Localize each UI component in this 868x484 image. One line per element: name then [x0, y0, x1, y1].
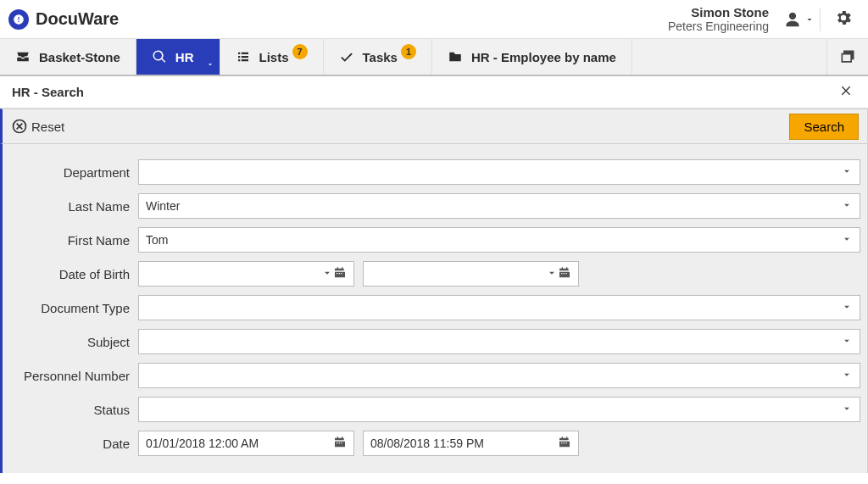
reset-button[interactable]: Reset — [11, 118, 64, 135]
department-field[interactable] — [138, 159, 860, 185]
brand-name: DocuWare — [36, 9, 119, 29]
label-dob: Date of Birth — [3, 267, 138, 281]
last-name-value: Winter — [146, 199, 836, 213]
search-toolbar: Reset Search — [0, 108, 868, 144]
chevron-down-icon — [841, 301, 853, 315]
chevron-down-icon — [841, 165, 853, 180]
tab-label: Lists — [259, 50, 289, 64]
search-form: Department Last Name Winter First Name T… — [0, 144, 868, 473]
calendar-icon — [558, 266, 571, 282]
label-date: Date — [3, 437, 138, 451]
date-from-field[interactable]: 01/01/2018 12:00 AM — [138, 431, 354, 456]
badge-tasks: 1 — [401, 44, 416, 59]
first-name-field[interactable]: Tom — [138, 227, 860, 253]
label-doc-type: Document Type — [3, 301, 138, 315]
chevron-down-icon — [841, 369, 853, 383]
chevron-down-icon — [841, 233, 853, 248]
list-icon — [236, 49, 251, 64]
date-to-value: 08/08/2018 11:59 PM — [370, 437, 558, 450]
tab-hr[interactable]: HR — [136, 39, 220, 75]
panel-header: HR - Search — [0, 76, 868, 108]
calendar-icon — [333, 266, 347, 282]
subject-field[interactable] — [138, 329, 860, 354]
chevron-down-icon — [841, 335, 853, 349]
close-icon — [839, 84, 853, 97]
brand-logo-icon — [8, 9, 29, 30]
panel-title: HR - Search — [12, 85, 84, 99]
calendar-icon — [333, 436, 347, 452]
label-last-name: Last Name — [3, 199, 138, 214]
badge-lists: 7 — [292, 44, 308, 59]
inbox-icon — [15, 49, 31, 64]
chevron-down-icon — [206, 57, 214, 71]
chevron-down-icon — [546, 267, 558, 281]
label-subject: Subject — [3, 335, 138, 349]
search-button[interactable]: Search — [789, 114, 859, 140]
tab-hr-employee[interactable]: HR - Employee by name — [432, 39, 632, 75]
tab-lists[interactable]: Lists 7 — [220, 39, 324, 75]
brand-logo: DocuWare — [8, 9, 119, 30]
tab-label: Tasks — [363, 50, 398, 64]
tab-label: HR — [175, 50, 194, 64]
user-name: Simon Stone — [668, 5, 769, 19]
label-department: Department — [3, 165, 138, 180]
top-bar: DocuWare Simon Stone Peters Engineering — [0, 0, 868, 39]
search-icon — [152, 49, 167, 64]
tab-label: Basket-Stone — [39, 50, 120, 64]
reset-icon — [11, 118, 28, 135]
personnel-no-field[interactable] — [138, 363, 860, 388]
label-status: Status — [3, 403, 138, 417]
label-personnel-no: Personnel Number — [3, 369, 138, 383]
date-from-value: 01/01/2018 12:00 AM — [146, 437, 333, 450]
doc-type-field[interactable] — [138, 295, 860, 320]
dob-from-field[interactable] — [138, 261, 354, 287]
windows-icon — [839, 48, 856, 65]
folder-icon — [448, 49, 463, 64]
window-mode-button[interactable] — [827, 39, 868, 75]
chevron-down-icon — [841, 403, 853, 417]
calendar-icon — [558, 436, 571, 452]
user-info: Simon Stone Peters Engineering — [668, 5, 769, 33]
check-icon — [339, 49, 354, 64]
settings-button[interactable] — [827, 5, 860, 33]
dob-to-field[interactable] — [363, 261, 579, 287]
tab-basket[interactable]: Basket-Stone — [0, 39, 136, 75]
gear-icon — [834, 8, 853, 27]
label-first-name: First Name — [3, 233, 138, 248]
close-button[interactable] — [836, 81, 856, 103]
chevron-down-icon — [841, 199, 853, 214]
reset-label: Reset — [31, 120, 64, 134]
date-to-field[interactable]: 08/08/2018 11:59 PM — [363, 431, 579, 456]
last-name-field[interactable]: Winter — [138, 193, 860, 219]
first-name-value: Tom — [146, 233, 836, 247]
tab-tasks[interactable]: Tasks 1 — [324, 39, 432, 75]
user-org: Peters Engineering — [668, 19, 769, 33]
status-field[interactable] — [138, 397, 860, 422]
nav-tabs: Basket-Stone HR Lists 7 Tasks 1 HR - Emp… — [0, 39, 868, 76]
chevron-down-icon — [321, 267, 333, 281]
tab-label: HR - Employee by name — [471, 50, 616, 64]
user-menu-button[interactable] — [779, 8, 821, 31]
